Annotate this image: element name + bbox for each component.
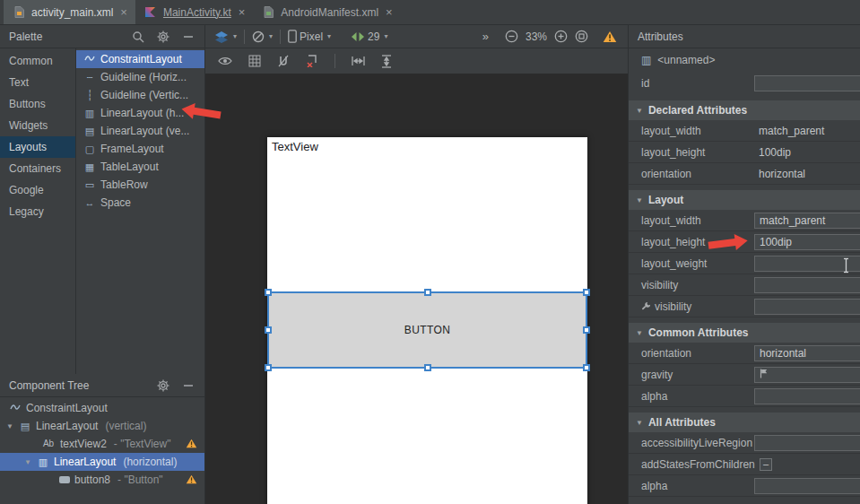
tree-item-linearlayout-horizontal[interactable]: ▼ LinearLayout(horizontal) — [0, 453, 204, 471]
warnings-panel-button[interactable] — [603, 30, 617, 43]
palette-item-framelayout[interactable]: FrameLayout — [76, 140, 204, 158]
visibility-input[interactable] — [754, 277, 860, 293]
palette-title: Palette — [9, 30, 120, 43]
close-tab-icon[interactable] — [239, 5, 246, 19]
autoconnect-off-magnet-button[interactable] — [277, 55, 290, 67]
toolbar-overflow-chevrons[interactable]: » — [482, 30, 489, 43]
gear-icon[interactable] — [156, 378, 170, 393]
palette-category-google[interactable]: Google — [0, 179, 75, 201]
canvas-textview[interactable]: TextView — [272, 140, 318, 153]
palette-category-text[interactable]: Text — [0, 72, 75, 93]
tree-item-linearlayout-vertical[interactable]: ▼ LinearLayout(vertical) — [0, 417, 204, 435]
palette-category-common[interactable]: Common — [0, 50, 75, 72]
tristate-checkbox[interactable] — [760, 458, 772, 471]
tab-label: activity_main.xml — [31, 6, 113, 19]
attr-value[interactable]: 100dip — [759, 146, 791, 159]
framelayout-icon — [83, 144, 96, 154]
accessibilityliveregion-input[interactable] — [754, 435, 860, 451]
close-tab-icon[interactable] — [120, 5, 127, 19]
tree-item-textview2[interactable]: Ab textView2- "TextView" — [0, 435, 204, 453]
alpha-input[interactable] — [754, 388, 860, 404]
palette-item-constraintlayout[interactable]: ConstraintLayout — [76, 50, 204, 68]
design-surface: Pixel 29 » 33% — [205, 25, 628, 504]
space-icon — [83, 198, 96, 208]
section-common-attributes[interactable]: ▼ Common Attributes — [629, 323, 860, 343]
collapse-arrow-icon[interactable]: ▼ — [5, 422, 14, 430]
resize-handle-bottom-right[interactable] — [583, 364, 590, 371]
palette-item-space[interactable]: Space — [76, 194, 204, 212]
tree-item-button8[interactable]: button8- "Button" — [0, 471, 204, 489]
canvas-button: BUTTON — [269, 293, 586, 367]
section-declared-attributes[interactable]: ▼ Declared Attributes — [629, 100, 860, 120]
close-tab-icon[interactable] — [386, 5, 393, 19]
attr-value[interactable]: match_parent — [759, 125, 824, 137]
section-layout[interactable]: ▼ Layout — [629, 190, 860, 210]
device-selector-label: Pixel — [300, 30, 323, 43]
collapse-arrow-icon: ▼ — [636, 419, 643, 427]
resize-handle-bottom-left[interactable] — [265, 364, 272, 371]
palette-category-legacy[interactable]: Legacy — [0, 201, 75, 222]
attr-label-id: id — [641, 77, 649, 90]
tab-androidmanifest-xml[interactable]: AndroidManifest.xml — [253, 0, 400, 24]
layout-width-input[interactable]: match_parent — [754, 213, 860, 229]
hide-panel-icon[interactable] — [181, 30, 195, 44]
pack-horizontal-button[interactable] — [352, 56, 365, 66]
blueprint-mode-button[interactable] — [252, 30, 273, 43]
resize-handle-bottom-center[interactable] — [424, 364, 431, 371]
api-level-selector-button[interactable]: 29 — [351, 30, 387, 43]
resize-handle-middle-right[interactable] — [583, 326, 590, 334]
palette-item-label: LinearLayout (ve... — [100, 125, 189, 137]
zoom-to-fit-button[interactable] — [575, 30, 588, 43]
palette-item-tablerow[interactable]: TableRow — [76, 176, 204, 194]
gear-icon[interactable] — [156, 30, 170, 44]
gravity-input[interactable] — [754, 367, 860, 383]
resize-handle-top-right[interactable] — [583, 289, 590, 296]
design-canvas-area[interactable]: TextView BUTTON — [205, 74, 628, 504]
palette-item-linearlayout-vertical[interactable]: LinearLayout (ve... — [76, 122, 204, 140]
component-tree-title: Component Tree — [9, 379, 145, 392]
palette-category-buttons[interactable]: Buttons — [0, 93, 75, 115]
collapse-arrow-icon[interactable]: ▼ — [23, 458, 32, 466]
device-selector-button[interactable]: Pixel — [288, 30, 331, 43]
design-surface-mode-button[interactable] — [214, 30, 237, 43]
palette-item-tablelayout[interactable]: TableLayout — [76, 158, 204, 176]
palette-category-containers[interactable]: Containers — [0, 158, 75, 179]
resize-handle-middle-left[interactable] — [265, 326, 272, 334]
device-screen-canvas[interactable]: TextView BUTTON — [267, 137, 587, 504]
palette-item-label: ConstraintLayout — [100, 53, 182, 65]
tablerow-icon — [83, 180, 96, 190]
palette-category-layouts[interactable]: Layouts — [0, 136, 75, 158]
guideline-horizontal-icon — [83, 73, 96, 83]
view-options-eye-button[interactable] — [218, 56, 232, 66]
section-all-attributes[interactable]: ▼ All Attributes — [629, 413, 860, 432]
clear-constraints-button[interactable] — [306, 55, 318, 67]
zoom-out-button[interactable] — [505, 30, 518, 43]
search-icon[interactable] — [131, 30, 145, 44]
id-input[interactable] — [754, 75, 860, 91]
expand-vertical-button[interactable] — [381, 55, 392, 68]
tablelayout-icon — [83, 162, 96, 172]
attr-value[interactable]: horizontal — [759, 168, 805, 180]
resize-handle-top-center[interactable] — [424, 289, 431, 296]
tree-item-constraintlayout[interactable]: ConstraintLayout — [0, 399, 204, 417]
tools-visibility-input[interactable] — [754, 299, 860, 315]
zoom-in-button[interactable] — [554, 30, 568, 43]
tab-mainactivity-kt[interactable]: MainActivity.kt — [135, 0, 253, 24]
grid-mode-button[interactable] — [248, 55, 261, 67]
selected-linearlayout-on-canvas[interactable]: BUTTON — [267, 291, 587, 369]
attr-row-alpha-common: alpha — [629, 386, 860, 407]
palette-item-guideline-horizontal[interactable]: Guideline (Horiz... — [76, 68, 204, 86]
resize-handle-top-left[interactable] — [265, 289, 272, 296]
warning-icon[interactable] — [186, 439, 197, 451]
tab-activity-main-xml[interactable]: activity_main.xml — [4, 0, 135, 24]
hide-panel-icon[interactable] — [181, 378, 195, 393]
alpha-all-input[interactable] — [754, 478, 860, 494]
flag-icon[interactable] — [760, 369, 768, 381]
warning-icon[interactable] — [186, 474, 197, 487]
palette-item-label: Space — [100, 196, 131, 209]
layout-height-input[interactable]: 100dip — [754, 234, 860, 250]
text-cursor — [842, 257, 850, 276]
palette-category-widgets[interactable]: Widgets — [0, 115, 75, 136]
orientation-input[interactable]: horizontal — [754, 345, 860, 361]
attributes-header: Attributes — [629, 25, 860, 48]
